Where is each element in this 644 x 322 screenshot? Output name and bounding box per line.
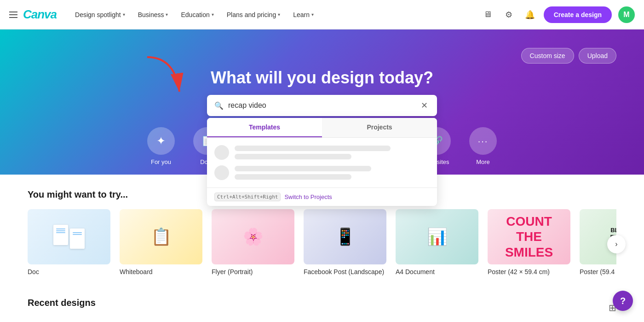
quick-item-for-you[interactable]: ✦ For you	[147, 127, 175, 165]
for-you-icon: ✦	[147, 127, 175, 155]
recent-designs-title: Recent designs	[28, 298, 96, 308]
more-label: More	[476, 158, 490, 165]
chevron-down-icon: ▾	[278, 12, 280, 17]
nav-plans-pricing[interactable]: Plans and pricing ▾	[221, 7, 286, 22]
search-container: 🔍 ✕ Templates Projects	[207, 95, 437, 116]
doc-page-2	[70, 228, 85, 249]
monitor-icon[interactable]: 🖥	[480, 7, 495, 22]
for-you-label: For you	[151, 158, 171, 165]
card-whiteboard[interactable]: 📋 Whiteboard	[120, 209, 202, 275]
nav-design-spotlight[interactable]: Design spotlight ▾	[69, 7, 131, 22]
upload-button[interactable]: Upload	[579, 48, 616, 64]
card-flyer-label: Flyer (Portrait)	[212, 268, 294, 275]
search-box: 🔍 ✕	[207, 95, 437, 116]
chevron-down-icon: ▾	[212, 12, 214, 17]
tab-projects[interactable]: Projects	[322, 118, 437, 137]
card-flyer[interactable]: 🌸 Flyer (Portrait)	[212, 209, 294, 275]
chevron-down-icon: ▾	[166, 12, 168, 17]
avatar[interactable]: M	[618, 6, 635, 23]
skeleton-row-2	[214, 165, 430, 180]
next-cards-button[interactable]: ›	[607, 235, 626, 253]
create-design-button[interactable]: Create a design	[544, 6, 612, 23]
dropdown-footer: Ctrl+Alt+Shift+Right Switch to Projects	[207, 187, 437, 206]
card-fb-label: Facebook Post (Landscape)	[304, 268, 386, 275]
chevron-down-icon: ▾	[123, 12, 125, 17]
flyer-visual: 🌸	[243, 227, 264, 246]
nav-business[interactable]: Business ▾	[132, 7, 174, 22]
whiteboard-visual: 📋	[151, 227, 172, 246]
search-dropdown: Templates Projects	[207, 118, 437, 206]
skeleton-results	[207, 138, 437, 187]
skeleton-avatar	[214, 145, 229, 160]
custom-size-button[interactable]: Custom size	[521, 48, 574, 64]
doc-visual	[53, 225, 85, 249]
cards-row: Doc 📋 Whiteboard 🌸 Flyer (Portrait) 📱	[28, 209, 616, 279]
hero-top-actions: Custom size Upload	[28, 48, 616, 64]
skeleton-line	[235, 146, 391, 151]
switch-to-projects[interactable]: Switch to Projects	[284, 193, 332, 200]
card-whiteboard-label: Whiteboard	[120, 268, 202, 275]
hamburger-menu[interactable]	[9, 12, 17, 18]
card-a4[interactable]: 📊 A4 Document	[396, 209, 478, 275]
skeleton-line	[235, 174, 351, 180]
card-poster1-label: Poster (42 × 59.4 cm)	[488, 268, 570, 275]
nav-learn[interactable]: Learn ▾	[288, 7, 319, 22]
nav-links: Design spotlight ▾ Business ▾ Education …	[69, 7, 480, 22]
card-doc-label: Doc	[28, 268, 110, 275]
search-input[interactable]	[228, 101, 419, 110]
keyboard-shortcut: Ctrl+Alt+Shift+Right	[214, 193, 281, 201]
skeleton-row-1	[214, 145, 430, 160]
canva-logo[interactable]: Canva	[23, 7, 57, 22]
card-poster1[interactable]: COUNTTHESMILES Poster (42 × 59.4 cm)	[488, 209, 570, 275]
hero-title: What will you design today?	[211, 68, 433, 88]
help-button[interactable]: ?	[613, 291, 633, 311]
card-poster2-label: Poster (59.4 × 42 cm)	[580, 268, 616, 275]
clear-search-button[interactable]: ✕	[419, 100, 430, 111]
card-doc[interactable]: Doc	[28, 209, 110, 275]
quick-item-more[interactable]: ··· More	[469, 127, 497, 165]
nav-right: 🖥 ⚙ 🔔 Create a design M	[480, 6, 635, 23]
tab-templates[interactable]: Templates	[207, 118, 322, 137]
nav-education[interactable]: Education ▾	[175, 7, 219, 22]
gear-icon[interactable]: ⚙	[501, 7, 516, 22]
card-fb-post[interactable]: 📱 Facebook Post (Landscape)	[304, 209, 386, 275]
navbar: Canva Design spotlight ▾ Business ▾ Educ…	[0, 0, 644, 29]
skeleton-line	[235, 166, 371, 171]
doc-page-1	[53, 225, 68, 245]
search-icon: 🔍	[214, 101, 224, 110]
recent-designs-section: Recent designs ⊞ Name People Type Edited…	[28, 298, 616, 322]
bell-icon[interactable]: 🔔	[523, 7, 537, 22]
a4-visual: 📊	[427, 227, 448, 246]
cards-wrapper: Doc 📋 Whiteboard 🌸 Flyer (Portrait) 📱	[28, 209, 616, 279]
fb-visual: 📱	[335, 227, 356, 246]
card-a4-label: A4 Document	[396, 268, 478, 275]
recent-header: Recent designs ⊞	[28, 298, 616, 317]
skeleton-avatar	[214, 165, 229, 180]
dropdown-tabs: Templates Projects	[207, 118, 437, 138]
skeleton-line	[235, 154, 351, 159]
hero-banner: Custom size Upload What will you design …	[0, 29, 644, 175]
poster1-visual: COUNTTHESMILES	[505, 214, 553, 260]
more-icon: ···	[469, 127, 497, 155]
chevron-down-icon: ▾	[311, 12, 314, 17]
